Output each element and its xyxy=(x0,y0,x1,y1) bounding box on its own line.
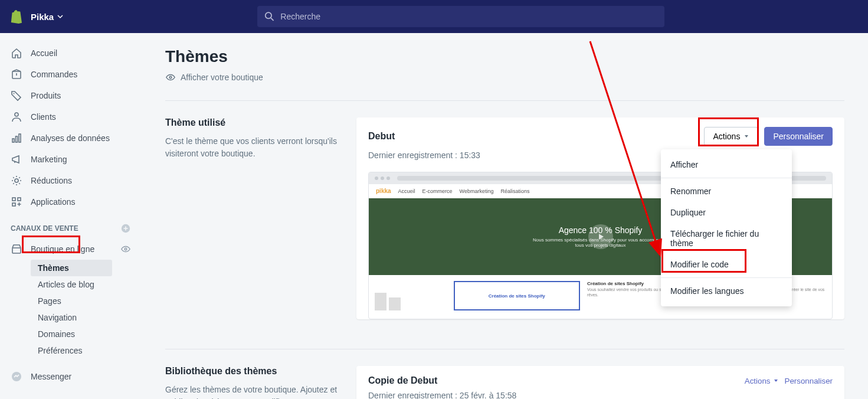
preview-card: Création de sites Shopify xyxy=(454,281,581,310)
section-heading: Bibliothèque des thèmes xyxy=(165,366,342,377)
section-heading: Thème utilisé xyxy=(165,117,342,128)
preview-nav-item: Webmarketing xyxy=(460,188,494,194)
sidebar-label: Accueil xyxy=(31,48,57,58)
divider xyxy=(661,178,792,178)
view-store-link[interactable]: Afficher votre boutique xyxy=(165,72,844,83)
preview-brand: pikka xyxy=(376,188,391,194)
theme-name: Debut xyxy=(368,131,395,142)
preview-nav-item: Accueil xyxy=(398,188,415,194)
dropdown-item-preview[interactable]: Afficher xyxy=(661,154,792,175)
dropdown-item-duplicate[interactable]: Dupliquer xyxy=(661,202,792,223)
actions-dropdown-button[interactable]: Actions xyxy=(745,377,779,385)
sidebar-item-apps[interactable]: Applications xyxy=(0,191,142,212)
sidebar-label: Commandes xyxy=(31,70,77,79)
bar-chart-icon xyxy=(11,132,22,144)
person-icon xyxy=(11,111,22,123)
actions-dropdown-button[interactable]: Actions xyxy=(704,127,758,146)
svg-rect-9 xyxy=(12,198,15,201)
theme-last-saved: Dernier enregistrement : 25 févr. à 15:5… xyxy=(356,391,844,399)
sidebar-label: Boutique en ligne xyxy=(31,244,94,254)
sidebar-item-messenger[interactable]: Messenger xyxy=(0,366,142,387)
svg-point-16 xyxy=(169,76,172,79)
sidebar-item-products[interactable]: Produits xyxy=(0,85,142,106)
svg-rect-10 xyxy=(18,198,21,201)
search-input[interactable] xyxy=(280,12,657,21)
sidebar-item-discounts[interactable]: Réductions xyxy=(0,170,142,191)
card-actions: Actions Personnaliser xyxy=(704,127,833,146)
home-icon xyxy=(11,47,22,59)
search-icon xyxy=(264,11,274,22)
eye-icon xyxy=(165,72,176,83)
customize-button[interactable]: Personnaliser xyxy=(764,127,833,146)
sidebar-sub-navigation[interactable]: Navigation xyxy=(31,309,142,326)
divider xyxy=(661,277,792,278)
svg-point-0 xyxy=(266,12,271,18)
sidebar-label: Analyses de données xyxy=(31,133,110,143)
gear-icon xyxy=(11,175,22,187)
dot-icon xyxy=(375,176,378,180)
svg-point-3 xyxy=(14,93,15,94)
card-actions: Actions Personnaliser xyxy=(745,377,833,385)
actions-label: Actions xyxy=(745,377,771,385)
topbar: Pikka xyxy=(0,0,868,33)
preview-nav-item: Réalisations xyxy=(500,188,529,194)
search-box[interactable] xyxy=(257,6,664,27)
svg-rect-6 xyxy=(16,136,18,142)
search-wrap xyxy=(63,6,859,27)
sidebar-item-customers[interactable]: Clients xyxy=(0,106,142,127)
sidebar-item-analytics[interactable]: Analyses de données xyxy=(0,127,142,149)
channels-label: CANAUX DE VENTE xyxy=(11,224,78,233)
svg-rect-11 xyxy=(12,203,15,206)
sidebar-label: Produits xyxy=(31,91,61,100)
svg-rect-13 xyxy=(12,248,21,253)
sidebar-label: Marketing xyxy=(31,155,67,164)
eye-icon[interactable] xyxy=(120,244,131,254)
sidebar-sub-domains[interactable]: Domaines xyxy=(31,326,142,342)
customize-label: Personnaliser xyxy=(785,377,833,385)
add-channel-button[interactable] xyxy=(120,223,131,234)
caret-down-icon xyxy=(743,133,749,139)
dropdown-item-edit-languages[interactable]: Modifier les langues xyxy=(661,280,792,302)
svg-line-1 xyxy=(271,18,273,21)
store-icon xyxy=(11,243,22,255)
preview-hero-sub1: Nous sommes spécialisés dans Shopify pou… xyxy=(533,237,668,243)
sidebar-label: Clients xyxy=(31,112,56,122)
sidebar-sub-themes[interactable]: Thèmes xyxy=(31,260,112,276)
orders-icon xyxy=(11,68,22,80)
sidebar-sub-blog[interactable]: Articles de blog xyxy=(31,276,142,293)
customize-label: Personnaliser xyxy=(773,132,824,141)
sidebar-sub-pages[interactable]: Pages xyxy=(31,293,142,309)
dropdown-item-download[interactable]: Télécharger le fichier du thème xyxy=(661,223,792,254)
dot-icon xyxy=(386,176,390,180)
card-header: Copie de Debut Actions Personnaliser xyxy=(356,366,844,391)
section-card-wrap: Copie de Debut Actions Personnaliser xyxy=(356,366,844,399)
sidebar-item-orders[interactable]: Commandes xyxy=(0,64,142,85)
page-title: Thèmes xyxy=(165,47,844,66)
chevron-down-icon xyxy=(57,14,63,19)
library-theme-card: Copie de Debut Actions Personnaliser xyxy=(356,366,844,399)
sidebar-label: Réductions xyxy=(31,176,72,185)
online-store-subnav: Thèmes Articles de blog Pages Navigation… xyxy=(0,260,142,359)
sidebar-item-home[interactable]: Accueil xyxy=(0,42,142,64)
svg-rect-5 xyxy=(12,139,14,142)
megaphone-icon xyxy=(11,153,22,165)
dot-icon xyxy=(381,176,384,180)
svg-point-8 xyxy=(15,179,18,182)
store-name-text: Pikka xyxy=(31,12,54,22)
theme-library-section: Bibliothèque des thèmes Gérez les thèmes… xyxy=(165,349,844,399)
sidebar-item-online-store[interactable]: Boutique en ligne xyxy=(0,238,142,260)
product-thumb xyxy=(389,297,401,310)
store-switcher[interactable]: Pikka xyxy=(31,12,63,22)
customize-button[interactable]: Personnaliser xyxy=(785,377,833,385)
caret-down-icon xyxy=(773,378,779,384)
svg-point-4 xyxy=(15,113,18,116)
section-copy: Gérez les thèmes de votre boutique. Ajou… xyxy=(165,384,342,399)
sidebar-sub-preferences[interactable]: Préférences xyxy=(31,342,142,359)
dropdown-item-rename[interactable]: Renommer xyxy=(661,181,792,202)
dropdown-item-edit-code[interactable]: Modifier le code xyxy=(661,254,792,275)
svg-point-14 xyxy=(125,248,127,250)
preview-nav-item: E-commerce xyxy=(422,188,453,194)
card-header: Debut Actions Personnaliser xyxy=(356,117,844,151)
sidebar-item-marketing[interactable]: Marketing xyxy=(0,149,142,170)
theme-name: Copie de Debut xyxy=(368,375,437,386)
